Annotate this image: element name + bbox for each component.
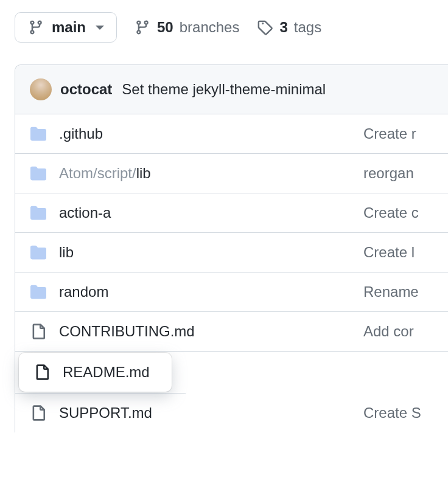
file-commit-message[interactable]: Create l: [363, 244, 415, 261]
file-name[interactable]: Atom/script/lib: [59, 165, 151, 181]
file-name[interactable]: action-a: [59, 204, 111, 221]
file-name[interactable]: lib: [59, 244, 74, 260]
file-row[interactable]: .githubCreate r: [15, 114, 448, 154]
file-row[interactable]: SUPPORT.mdCreate S: [15, 394, 448, 432]
branch-icon: [27, 19, 44, 36]
branches-count: 50: [157, 19, 173, 36]
avatar[interactable]: [30, 78, 52, 100]
file-commit-message[interactable]: Create S: [363, 404, 421, 421]
folder-icon: [30, 244, 47, 261]
latest-commit-header: octocat Set theme jekyll-theme-minimal: [15, 65, 448, 114]
file-row[interactable]: CONTRIBUTING.mdAdd cor: [15, 312, 448, 352]
branch-select-button[interactable]: main: [15, 12, 117, 43]
file-icon: [30, 404, 47, 421]
file-row[interactable]: action-aCreate c: [15, 193, 448, 233]
tag-icon: [256, 19, 273, 36]
branches-link[interactable]: 50 branches: [134, 19, 239, 36]
file-commit-message[interactable]: Add cor: [363, 323, 414, 340]
file-row[interactable]: randomRename: [15, 272, 448, 312]
branch-icon: [134, 19, 151, 36]
file-commit-message[interactable]: Rename: [363, 283, 419, 300]
file-name[interactable]: .github: [59, 125, 103, 142]
tags-label: tags: [294, 19, 321, 36]
commit-author[interactable]: octocat: [60, 81, 112, 98]
file-row[interactable]: libCreate l: [15, 233, 448, 272]
file-name[interactable]: README.md: [63, 364, 150, 380]
folder-icon: [30, 125, 47, 142]
tags-count: 3: [279, 19, 287, 36]
file-name[interactable]: CONTRIBUTING.md: [59, 323, 195, 339]
branch-name: main: [52, 19, 86, 36]
folder-icon: [30, 165, 47, 182]
file-row[interactable]: Atom/script/libreorgan: [15, 154, 448, 193]
repo-toolbar: main 50 branches 3 tags: [15, 12, 448, 43]
caret-down-icon: [96, 26, 104, 30]
branches-label: branches: [180, 19, 240, 36]
file-name[interactable]: SUPPORT.md: [59, 404, 152, 421]
tags-link[interactable]: 3 tags: [256, 19, 321, 36]
file-name[interactable]: random: [59, 283, 108, 300]
file-commit-message[interactable]: Create r: [363, 125, 416, 142]
file-icon: [30, 323, 47, 340]
folder-icon: [30, 283, 47, 300]
file-commit-message[interactable]: reorgan: [363, 165, 414, 182]
file-list-container: octocat Set theme jekyll-theme-minimal .…: [15, 64, 448, 432]
commit-message[interactable]: Set theme jekyll-theme-minimal: [122, 81, 326, 98]
file-icon: [33, 364, 51, 381]
file-row[interactable]: README.mdTest PR: [15, 352, 186, 394]
highlighted-file[interactable]: README.md: [19, 353, 172, 392]
folder-icon: [30, 204, 47, 221]
file-commit-message[interactable]: Create c: [363, 204, 419, 221]
